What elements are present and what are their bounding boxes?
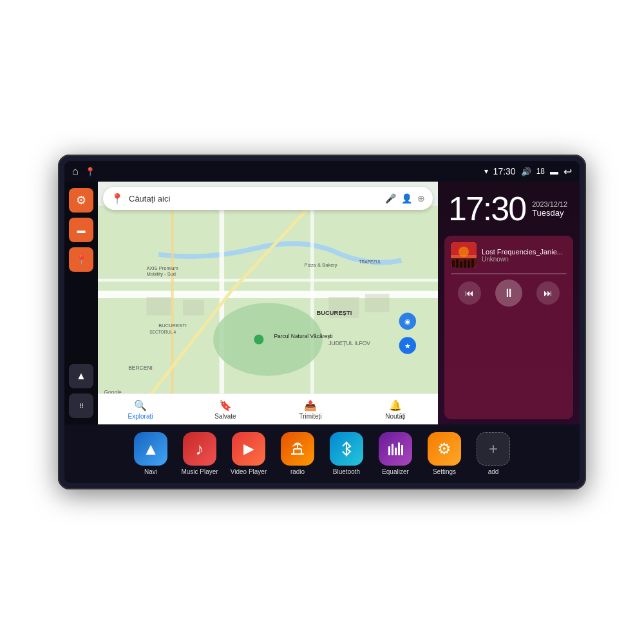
music-artist: Unknown bbox=[482, 256, 567, 263]
sidebar-btn-settings[interactable]: ⚙ bbox=[69, 188, 93, 213]
svg-point-11 bbox=[254, 335, 263, 345]
radio-app-icon bbox=[281, 432, 314, 466]
home-icon[interactable]: ⌂ bbox=[72, 166, 79, 177]
music-thumb-art bbox=[451, 242, 477, 268]
add-app-icon: + bbox=[477, 432, 510, 466]
svg-text:JUDEȚUL ILFOV: JUDEȚUL ILFOV bbox=[328, 341, 370, 347]
battery-icon: ▬ bbox=[550, 167, 558, 176]
app-item-music[interactable]: ♪ Music Player bbox=[178, 432, 222, 475]
equalizer-app-icon bbox=[379, 432, 412, 466]
app-item-settings[interactable]: ⚙ Settings bbox=[422, 432, 466, 475]
app-item-add[interactable]: + add bbox=[471, 432, 515, 475]
app-item-radio[interactable]: radio bbox=[276, 432, 319, 475]
video-app-label: Video Player bbox=[231, 468, 267, 475]
news-icon: 🔔 bbox=[389, 399, 402, 412]
music-play-pause-button[interactable]: ⏸ bbox=[495, 279, 522, 307]
equalizer-app-label: Equalizer bbox=[382, 468, 409, 475]
svg-rect-35 bbox=[468, 260, 470, 268]
account-icon[interactable]: 👤 bbox=[401, 193, 412, 204]
status-right: ▾ 17:30 🔊 18 ▬ ↩ bbox=[484, 166, 572, 178]
svg-text:SECTORUL 4: SECTORUL 4 bbox=[149, 330, 176, 334]
map-nav-explore[interactable]: 🔍 Explorați bbox=[98, 399, 183, 420]
app-item-equalizer[interactable]: Equalizer bbox=[374, 432, 417, 475]
sidebar-btn-files[interactable]: ▬ bbox=[69, 218, 93, 242]
svg-rect-34 bbox=[464, 260, 466, 268]
svg-rect-8 bbox=[183, 300, 204, 316]
status-bar: ⌂ 📍 ▾ 17:30 🔊 18 ▬ ↩ bbox=[64, 161, 580, 182]
battery-level: 18 bbox=[536, 167, 545, 176]
clock-date: 2023/12/12 Tuesday bbox=[532, 200, 567, 218]
voice-search-icon[interactable]: 🎤 bbox=[385, 193, 396, 204]
center-area: Parcul Natural Văcărești AXIS Premium Mo… bbox=[98, 182, 438, 424]
map-nav-saved[interactable]: 🔖 Salvate bbox=[183, 399, 268, 420]
clock-widget: 17:30 2023/12/12 Tuesday bbox=[438, 182, 580, 236]
svg-rect-36 bbox=[471, 259, 474, 268]
navi-app-label: Navi bbox=[144, 468, 157, 475]
svg-rect-44 bbox=[395, 448, 397, 455]
svg-text:◉: ◉ bbox=[404, 318, 411, 326]
svg-text:Parcul Natural Văcărești: Parcul Natural Văcărești bbox=[274, 333, 332, 339]
map-layers-icon[interactable]: ⊕ bbox=[417, 193, 425, 204]
svg-rect-2 bbox=[98, 279, 438, 282]
clock-date-full: 2023/12/12 bbox=[532, 200, 567, 208]
music-app-icon: ♪ bbox=[183, 432, 216, 466]
svg-text:★: ★ bbox=[404, 342, 411, 350]
app-grid-section: ▲ Navi ♪ Music Player ▶ Video Player bbox=[64, 424, 580, 483]
app-item-video[interactable]: ▶ Video Player bbox=[227, 432, 270, 475]
car-display-device: ⌂ 📍 ▾ 17:30 🔊 18 ▬ ↩ ⚙ ▬ 📍 ▲ bbox=[58, 155, 586, 489]
svg-rect-33 bbox=[460, 261, 462, 268]
back-icon[interactable]: ↩ bbox=[564, 166, 572, 178]
svg-rect-46 bbox=[401, 445, 403, 455]
video-app-icon: ▶ bbox=[232, 432, 265, 466]
sidebar: ⚙ ▬ 📍 ▲ ⠿ bbox=[64, 182, 98, 424]
sidebar-btn-navi[interactable]: ▲ bbox=[69, 364, 93, 388]
app-item-navi[interactable]: ▲ Navi bbox=[129, 432, 173, 475]
music-prev-button[interactable]: ⏮ bbox=[458, 281, 481, 305]
svg-rect-42 bbox=[388, 446, 390, 455]
map-widget[interactable]: Parcul Natural Văcărești AXIS Premium Mo… bbox=[98, 182, 438, 424]
app-grid: ▲ Navi ♪ Music Player ▶ Video Player bbox=[70, 432, 574, 475]
svg-rect-4 bbox=[310, 206, 314, 401]
main-content: ⚙ ▬ 📍 ▲ ⠿ bbox=[64, 182, 580, 424]
music-progress-bar[interactable] bbox=[451, 273, 567, 274]
bluetooth-app-icon bbox=[330, 432, 363, 466]
svg-text:Mobility - Sud: Mobility - Sud bbox=[146, 271, 176, 277]
music-title: Lost Frequencies_Janie... bbox=[482, 248, 567, 256]
explore-icon: 🔍 bbox=[134, 399, 147, 412]
volume-icon: 🔊 bbox=[521, 167, 531, 176]
sidebar-btn-map[interactable]: 📍 bbox=[69, 247, 93, 272]
svg-rect-5 bbox=[171, 206, 174, 401]
settings-app-label: Settings bbox=[433, 468, 456, 475]
right-panel: 17:30 2023/12/12 Tuesday bbox=[438, 182, 580, 424]
add-app-label: add bbox=[488, 468, 499, 475]
bluetooth-app-label: Bluetooth bbox=[333, 468, 360, 475]
map-nav-send[interactable]: 📤 Trimiteți bbox=[268, 399, 353, 420]
device-screen: ⌂ 📍 ▾ 17:30 🔊 18 ▬ ↩ ⚙ ▬ 📍 ▲ bbox=[64, 161, 580, 483]
svg-rect-32 bbox=[456, 259, 459, 268]
svg-text:Pizza & Bakery: Pizza & Bakery bbox=[305, 262, 337, 268]
saved-icon: 🔖 bbox=[219, 399, 232, 412]
map-search-text: Căutați aici bbox=[129, 194, 380, 204]
svg-text:BUCUREȘTI: BUCUREȘTI bbox=[316, 309, 352, 316]
music-info-row: Lost Frequencies_Janie... Unknown bbox=[451, 242, 567, 268]
music-app-label: Music Player bbox=[181, 468, 218, 475]
settings-app-icon: ⚙ bbox=[428, 432, 461, 466]
svg-text:AXIS Premium: AXIS Premium bbox=[146, 265, 178, 271]
map-svg: Parcul Natural Văcărești AXIS Premium Mo… bbox=[98, 182, 438, 424]
svg-text:TRAPEZUL: TRAPEZUL bbox=[359, 260, 381, 264]
map-nav-news[interactable]: 🔔 Noutăți bbox=[353, 399, 438, 420]
svg-rect-43 bbox=[392, 444, 393, 455]
map-search-bar[interactable]: 📍 Căutați aici 🎤 👤 ⊕ bbox=[103, 187, 433, 210]
map-pin-icon[interactable]: 📍 bbox=[85, 167, 95, 176]
google-maps-pin-icon: 📍 bbox=[111, 193, 124, 205]
music-text: Lost Frequencies_Janie... Unknown bbox=[482, 248, 567, 263]
svg-point-29 bbox=[459, 247, 469, 257]
music-next-button[interactable]: ⏭ bbox=[536, 281, 560, 305]
sidebar-btn-grid[interactable]: ⠿ bbox=[69, 393, 93, 418]
clock-time: 17:30 bbox=[448, 192, 526, 225]
clock-day: Tuesday bbox=[532, 208, 567, 218]
radio-app-label: radio bbox=[290, 468, 305, 475]
navi-app-icon: ▲ bbox=[134, 432, 167, 466]
app-item-bluetooth[interactable]: Bluetooth bbox=[325, 432, 368, 475]
send-icon: 📤 bbox=[304, 399, 317, 412]
